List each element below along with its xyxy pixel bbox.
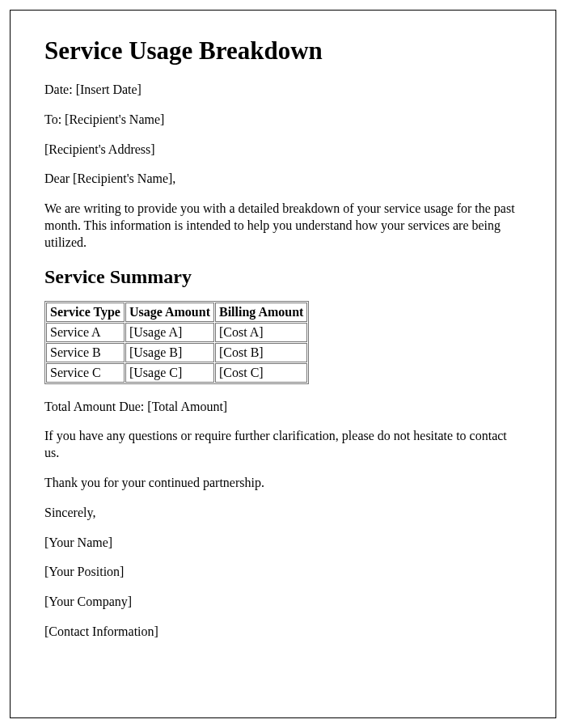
table-cell: [Cost B] bbox=[215, 343, 307, 362]
questions-paragraph: If you have any questions or require fur… bbox=[44, 428, 522, 462]
table-header-cell: Service Type bbox=[46, 303, 125, 322]
table-cell: Service B bbox=[46, 343, 125, 362]
to-label: To: bbox=[44, 112, 65, 126]
table-row: Service C [Usage C] [Cost C] bbox=[46, 363, 307, 383]
table-cell: [Cost A] bbox=[215, 323, 307, 342]
document-page: Service Usage Breakdown Date: [Insert Da… bbox=[10, 10, 556, 718]
intro-paragraph: We are writing to provide you with a det… bbox=[44, 201, 522, 251]
recipient-address: [Recipient's Address] bbox=[44, 142, 522, 159]
summary-heading: Service Summary bbox=[44, 266, 522, 288]
total-line: Total Amount Due: [Total Amount] bbox=[44, 399, 522, 416]
contact-info: [Contact Information] bbox=[44, 624, 522, 641]
service-summary-table: Service Type Usage Amount Billing Amount… bbox=[44, 301, 309, 384]
table-header-row: Service Type Usage Amount Billing Amount bbox=[46, 303, 307, 322]
closing: Sincerely, bbox=[44, 505, 522, 522]
date-label: Date: bbox=[44, 83, 76, 96]
salutation: Dear [Recipient's Name], bbox=[44, 171, 522, 188]
table-row: Service B [Usage B] [Cost B] bbox=[46, 343, 307, 362]
thanks-paragraph: Thank you for your continued partnership… bbox=[44, 475, 522, 492]
table-cell: Service A bbox=[46, 323, 125, 342]
table-row: Service A [Usage A] [Cost A] bbox=[46, 323, 307, 342]
total-value: [Total Amount] bbox=[147, 400, 227, 413]
sender-name: [Your Name] bbox=[44, 535, 522, 552]
sender-company: [Your Company] bbox=[44, 594, 522, 611]
date-value: [Insert Date] bbox=[76, 83, 142, 96]
date-line: Date: [Insert Date] bbox=[44, 82, 522, 99]
table-header-cell: Billing Amount bbox=[215, 303, 307, 322]
table-header-cell: Usage Amount bbox=[125, 303, 214, 322]
to-line: To: [Recipient's Name] bbox=[44, 112, 522, 129]
table-cell: [Usage A] bbox=[125, 323, 214, 342]
table-cell: [Usage C] bbox=[125, 363, 214, 383]
table-cell: [Usage B] bbox=[125, 343, 214, 362]
total-label: Total Amount Due: bbox=[44, 400, 147, 413]
table-cell: Service C bbox=[46, 363, 125, 383]
table-cell: [Cost C] bbox=[215, 363, 307, 383]
sender-position: [Your Position] bbox=[44, 564, 522, 581]
page-title: Service Usage Breakdown bbox=[44, 36, 522, 66]
to-value: [Recipient's Name] bbox=[65, 112, 164, 126]
